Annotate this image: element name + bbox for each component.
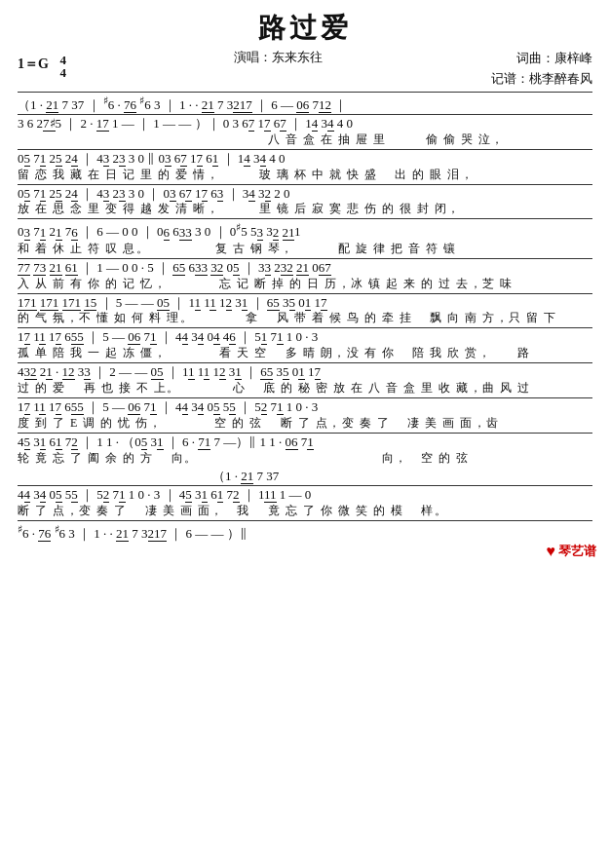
notation-8: 17 11 17 655 ｜ 5 — 06 71 ｜ 44 34 04 46 ｜… [18, 327, 592, 346]
heart-icon: ♥ [547, 543, 556, 560]
lyric-7: 的 气 氛，不 懂 如 何 料 理。 拿 风 带 着 候 鸟 的 牵 挂 飘 向… [18, 311, 592, 327]
lyric-6: 入 从 前 有 你 的 记 忆， 忘 记 断 掉 的 日 历，冰 镇 起 来 的… [18, 277, 592, 293]
meta-right: 词曲：康梓峰 记谱：桃李醉春风 [491, 49, 592, 90]
lyric-9: 过 的 爱 再 也 接 不 上。 心 底 的 秘 密 放 在 八 音 盒 里 收… [18, 381, 592, 397]
line-block-1: （1 · 21 7 37 ｜ ♯6 · 76 ♯6 3 ｜ 1 · · 21 7… [18, 92, 592, 114]
line-block-10: 17 11 17 655 ｜ 5 — 06 71 ｜ 44 34 05 55 ｜… [18, 397, 592, 433]
line-block-14: ♯6 · 76 ♯6 3 ｜ 1 · · 21 7 3217 ｜ 6 — — ）… [18, 520, 592, 543]
line-block-4: 05 71 25 24 ｜ 43 23 3 0 ｜ 03 67 17 63 ｜ … [18, 184, 592, 219]
lyricist: 康梓峰 [554, 51, 592, 65]
line-block-6: 77 73 21 61 ｜ 1 — 0 0 · 5 ｜ 65 633 32 05… [18, 258, 592, 293]
lyric-5: 和 着 休 止 符 叹 息。 复 古 钢 琴， 配 旋 律 把 音 符 镶 [18, 242, 592, 258]
lyric-2: 八 音 盒 在 抽 屉 里 偷 偷 哭 泣， [18, 132, 592, 149]
meta-left: 1＝G 44 [18, 49, 66, 79]
meta-center: 演唱：东来东往 [234, 49, 323, 66]
line-block-11: 45 31 61 72 ｜ 1 1 · （05 31 ｜ 6 · 71 7 —）… [18, 433, 592, 468]
performer-label: 演唱： [234, 50, 272, 64]
performer: 东来东往 [272, 50, 323, 64]
notation-12: （1 · 21 7 37 [18, 468, 592, 485]
lyric-4: 放 在 思 念 里 变 得 越 发 清 晰， 里 镜 后 寂 寞 悲 伤 的 很… [18, 202, 592, 218]
notation-label: 记谱： [491, 71, 529, 86]
notator: 桃李醉春风 [529, 71, 592, 86]
line-block-13: 44 34 05 55 ｜ 52 71 1 0 · 3 ｜ 45 31 61 7… [18, 485, 592, 520]
line-block-9: 432 21 · 12 33 ｜ 2 — — 05 ｜ 11 11 12 31 … [18, 362, 592, 397]
page: 路过爱 1＝G 44 演唱：东来东往 词曲：康梓峰 记谱：桃李醉春风 （1 · … [0, 0, 610, 572]
lyricist-label: 词曲： [516, 51, 554, 65]
line-block-12: （1 · 21 7 37 [18, 468, 592, 485]
lyric-3: 留 恋 我 藏 在 日 记 里 的 爱 情， 玻 璃 杯 中 就 快 盛 出 的… [18, 168, 592, 184]
notation-4: 05 71 25 24 ｜ 43 23 3 0 ｜ 03 67 17 63 ｜ … [18, 184, 592, 203]
notation-6: 77 73 21 61 ｜ 1 — 0 0 · 5 ｜ 65 633 32 05… [18, 258, 592, 277]
notation-14: ♯6 · 76 ♯6 3 ｜ 1 · · 21 7 3217 ｜ 6 — — ）… [18, 520, 592, 543]
notation-10: 17 11 17 655 ｜ 5 — 06 71 ｜ 44 34 05 55 ｜… [18, 397, 592, 416]
line-block-2: 3 6 27♯5 ｜ 2 · 17 1 — ｜ 1 — — ）｜ 0 3 67 … [18, 114, 592, 149]
lyric-13: 断 了 点，变 奏 了 凄 美 画 面， 我 竟 忘 了 你 微 笑 的 模 样… [18, 504, 592, 520]
time-sig: 44 [59, 49, 66, 79]
watermark-text: 琴艺谱 [558, 543, 596, 560]
line-block-8: 17 11 17 655 ｜ 5 — 06 71 ｜ 44 34 04 46 ｜… [18, 327, 592, 362]
notation-5: 03 71 21 76 ｜ 6 — 0 0 ｜ 06 633 3 0 ｜ 0♯5… [18, 218, 592, 241]
notation-9: 432 21 · 12 33 ｜ 2 — — 05 ｜ 11 11 12 31 … [18, 362, 592, 381]
music-lines: （1 · 21 7 37 ｜ ♯6 · 76 ♯6 3 ｜ 1 · · 21 7… [18, 92, 592, 543]
lyric-11: 轮 竟 忘 了 阖 余 的 方 向。 向， 空 的 弦 [18, 451, 592, 468]
key-label: 1＝G [18, 56, 49, 73]
notation-2: 3 6 27♯5 ｜ 2 · 17 1 — ｜ 1 — — ）｜ 0 3 67 … [18, 114, 592, 132]
song-title: 路过爱 [258, 13, 352, 43]
notation-13: 44 34 05 55 ｜ 52 71 1 0 · 3 ｜ 45 31 61 7… [18, 485, 592, 504]
notation-1: （1 · 21 7 37 ｜ ♯6 · 76 ♯6 3 ｜ 1 · · 21 7… [18, 92, 592, 114]
notation-7: 171 171 171 15 ｜ 5 — — 05 ｜ 11 11 12 31 … [18, 293, 592, 312]
notation-11: 45 31 61 72 ｜ 1 1 · （05 31 ｜ 6 · 71 7 —）… [18, 433, 592, 451]
lyric-10: 度 到 了 E 调 的 忧 伤， 空 的 弦 断 了 点，变 奏 了 凄 美 画… [18, 416, 592, 433]
line-block-3: 05 71 25 24 ｜ 43 23 3 0 ‖ 03 67 17 61 ｜ … [18, 149, 592, 184]
line-block-7: 171 171 171 15 ｜ 5 — — 05 ｜ 11 11 12 31 … [18, 293, 592, 328]
title-row: 路过爱 [18, 10, 592, 47]
watermark: ♥ 琴艺谱 [547, 543, 597, 560]
line-block-5: 03 71 21 76 ｜ 6 — 0 0 ｜ 06 633 3 0 ｜ 0♯5… [18, 218, 592, 257]
notation-3: 05 71 25 24 ｜ 43 23 3 0 ‖ 03 67 17 61 ｜ … [18, 149, 592, 168]
meta-row: 1＝G 44 演唱：东来东往 词曲：康梓峰 记谱：桃李醉春风 [18, 49, 592, 90]
lyric-8: 孤 单 陪 我 一 起 冻 僵， 看 天 空 多 晴 朗，没 有 你 陪 我 欣… [18, 346, 592, 362]
